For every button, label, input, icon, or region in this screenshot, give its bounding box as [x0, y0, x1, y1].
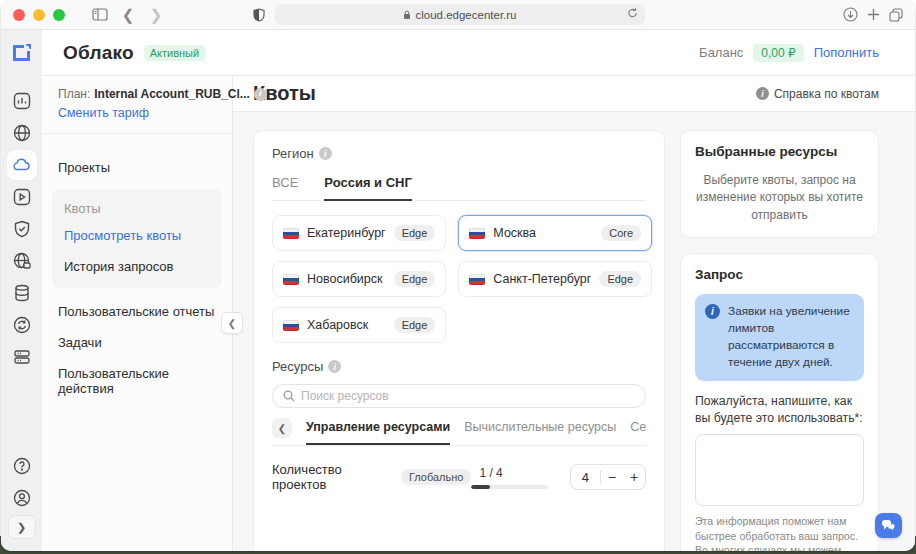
plan-label: План: — [58, 85, 90, 103]
sidebar-item-user-actions[interactable]: Пользовательские действия — [42, 358, 232, 404]
tab-russia-cis[interactable]: Россия и СНГ — [324, 175, 412, 201]
stepper-value[interactable]: 4 — [571, 470, 600, 485]
back-button[interactable]: ❮ — [117, 4, 139, 26]
tabs-scroll-left-button[interactable]: ❮ — [272, 418, 292, 438]
servers-icon[interactable] — [7, 342, 37, 372]
chat-widget-button[interactable] — [875, 513, 902, 538]
sidebar-item-view-quotas[interactable]: Просмотреть квоты — [58, 224, 216, 247]
region-info-icon[interactable]: i — [319, 147, 332, 160]
globe-icon[interactable] — [7, 118, 37, 148]
region-type-badge: Edge — [394, 225, 436, 241]
url-text: cloud.edgecenter.ru — [415, 9, 516, 21]
sidebar-item-request-history[interactable]: История запросов — [58, 255, 216, 278]
sidebar-item-user-reports[interactable]: Пользовательские отчеты — [42, 296, 232, 327]
cloud-icon[interactable] — [7, 150, 37, 180]
russia-flag-icon — [469, 228, 485, 239]
new-tab-icon[interactable] — [867, 8, 880, 21]
selected-resources-card: Выбранные ресурсы Выберите квоты, запрос… — [680, 130, 879, 238]
close-window-button[interactable] — [13, 9, 25, 21]
address-bar[interactable]: cloud.edgecenter.ru — [275, 4, 645, 25]
tab-overview-icon[interactable] — [889, 8, 903, 22]
forward-button[interactable]: ❯ — [145, 4, 167, 26]
topup-link[interactable]: Пополнить — [814, 45, 879, 60]
account-icon[interactable] — [7, 483, 37, 513]
chat-bubbles-icon — [881, 519, 896, 532]
search-input[interactable] — [301, 389, 635, 403]
sidebar-item-tasks[interactable]: Задачи — [42, 327, 232, 358]
browser-window: ❮ ❯ cloud.edgecenter.ru — [1, 0, 915, 551]
russia-flag-icon — [283, 228, 299, 239]
region-grid: Екатеринбург Edge Москва Core — [272, 215, 646, 343]
region-type-badge: Edge — [394, 271, 436, 287]
region-card-spb[interactable]: Санкт-Петербург Edge — [458, 261, 652, 297]
product-rail: ❯ — [1, 30, 42, 551]
security-shield-icon[interactable] — [7, 214, 37, 244]
sidebar-collapse-button[interactable]: ❮ — [221, 312, 243, 334]
quota-row-projects: Количество проектов Глобально 1 / 4 4 − — [272, 462, 646, 492]
rail-expand-button[interactable]: ❯ — [8, 515, 36, 539]
plan-block: План: Internal Account_RUB_Cl... i Смени… — [42, 76, 232, 134]
region-type-badge: Edge — [599, 271, 641, 287]
region-card-novosibirsk[interactable]: Новосибирск Edge — [272, 261, 446, 297]
minimize-window-button[interactable] — [33, 9, 45, 21]
russia-flag-icon — [283, 320, 299, 331]
quotas-card: Регион i ВСЕ Россия и СНГ Екатеринбург — [253, 130, 665, 551]
page-header: Квоты i Справка по квотам — [233, 76, 915, 112]
russia-flag-icon — [283, 274, 299, 285]
usage-textarea[interactable] — [695, 434, 864, 506]
app-title: Облако — [63, 42, 134, 64]
sidebar-item-projects[interactable]: Проекты — [42, 152, 232, 183]
selected-resources-empty-text: Выберите квоты, запрос на изменение кото… — [695, 172, 864, 224]
resource-search[interactable] — [272, 384, 646, 408]
region-card-ekaterinburg[interactable]: Екатеринбург Edge — [272, 215, 446, 251]
sidebar-group-quotas: Квоты Просмотреть квоты История запросов — [52, 189, 222, 288]
sidebar-toggle-icon[interactable] — [89, 4, 111, 26]
tab-all-regions[interactable]: ВСЕ — [272, 175, 298, 200]
tab-network-services[interactable]: Сетевые сервисы — [630, 420, 646, 443]
plan-value: Internal Account_RUB_Cl... — [94, 85, 250, 103]
region-card-khabarovsk[interactable]: Хабаровск Edge — [272, 307, 446, 343]
streaming-icon[interactable] — [7, 182, 37, 212]
tab-resource-management[interactable]: Управление ресурсами — [306, 420, 450, 445]
downloads-icon[interactable] — [843, 7, 858, 22]
balance-value: 0,00 ₽ — [753, 44, 803, 62]
cdn-globe-lock-icon[interactable] — [7, 246, 37, 276]
tab-compute-resources[interactable]: Вычислительные ресурсы — [464, 420, 616, 443]
usage-progress-bar — [471, 485, 547, 489]
sync-icon[interactable] — [7, 310, 37, 340]
zoom-window-button[interactable] — [53, 9, 65, 21]
info-icon: i — [705, 304, 720, 319]
sidebar-item-quotas[interactable]: Квоты — [58, 199, 216, 224]
region-type-badge: Core — [601, 225, 641, 241]
cloud-sidebar: План: Internal Account_RUB_Cl... i Смени… — [42, 76, 233, 551]
app-header: Облако Активный Баланс 0,00 ₽ Пополнить — [42, 30, 915, 76]
decrement-button[interactable]: − — [601, 469, 623, 485]
change-plan-link[interactable]: Сменить тариф — [58, 104, 218, 123]
search-icon — [283, 390, 295, 402]
lock-icon — [403, 10, 411, 20]
request-help-text: Эта информация поможет нам быстрее обраб… — [695, 514, 864, 551]
quota-stepper: 4 − + — [570, 464, 646, 490]
increment-button[interactable]: + — [623, 469, 645, 485]
region-label: Регион i — [272, 146, 646, 161]
brand-logo[interactable] — [7, 38, 37, 68]
privacy-shield-icon[interactable] — [253, 8, 265, 22]
region-tabs: ВСЕ Россия и СНГ — [272, 175, 646, 201]
database-icon[interactable] — [7, 278, 37, 308]
plan-info-icon[interactable]: i — [254, 88, 267, 101]
resource-tabs: ❮ Управление ресурсами Вычислительные ре… — [272, 418, 646, 446]
info-icon: i — [756, 87, 769, 100]
russia-flag-icon — [469, 274, 485, 285]
usage-question-label: Пожалуйста, напишите, как вы будете это … — [695, 393, 864, 427]
resources-info-icon[interactable]: i — [328, 360, 341, 373]
status-badge: Активный — [144, 45, 205, 61]
quotas-help-link[interactable]: i Справка по квотам — [756, 87, 879, 101]
browser-toolbar: ❮ ❯ cloud.edgecenter.ru — [1, 0, 915, 30]
quota-name: Количество проектов — [272, 462, 394, 492]
reload-icon[interactable] — [627, 7, 638, 19]
scope-badge: Глобально — [401, 469, 472, 485]
help-icon[interactable] — [7, 451, 37, 481]
selected-resources-title: Выбранные ресурсы — [695, 144, 864, 159]
analytics-icon[interactable] — [7, 86, 37, 116]
region-card-moscow[interactable]: Москва Core — [458, 215, 652, 251]
